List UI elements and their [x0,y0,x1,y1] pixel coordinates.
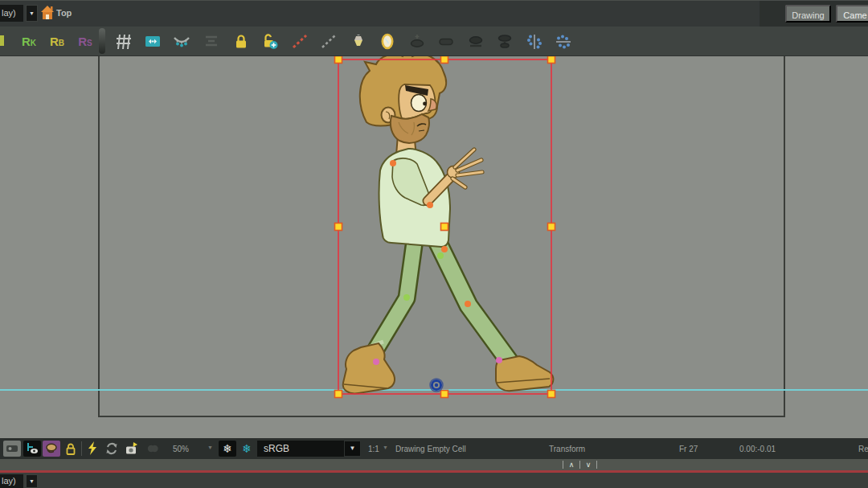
render-s-label: R [78,35,87,48]
render-camera-button[interactable] [123,441,141,457]
lock-button[interactable] [231,32,251,51]
home-icon [40,5,55,21]
render-s-button[interactable]: RS [74,30,96,52]
refresh-icon [103,441,121,457]
disabled-ellipse-line-icon [466,32,485,51]
grid-icon [113,32,133,51]
zoom-dropdown-caret[interactable]: ▼ [207,445,213,450]
refresh-view-button[interactable] [103,441,121,457]
flip-horizontal-button[interactable] [525,32,544,51]
current-drawing-icon [23,441,41,457]
instant-render-button[interactable] [84,441,101,457]
bottom-display-dropdown-button[interactable]: ▼ [26,474,38,488]
frame-down-button[interactable]: ∨ [580,459,596,470]
light-table-button[interactable] [349,32,368,51]
safe-area-button[interactable] [143,32,162,51]
pivot-point[interactable] [430,379,443,392]
bottom-display-selector[interactable]: lay) [0,474,23,488]
antialias-teal-button[interactable]: ❄ [238,441,256,457]
render-b-sub: B [59,39,64,47]
clipped-icon [0,35,4,46]
snowflake-teal-icon: ❄ [238,441,256,457]
lasso-icon [43,441,60,457]
lightning-icon [84,441,101,457]
ratio-dropdown-caret[interactable]: ▼ [383,445,388,450]
align-guides-button[interactable] [202,32,221,51]
show-current-drawing-button[interactable] [23,441,41,457]
disabled-ellipse-stack-button[interactable] [495,32,514,51]
flip-horizontal-icon [525,32,544,51]
status-lock-icon [62,441,80,457]
home-icon[interactable] [40,5,55,21]
toolbar-divider[interactable] [99,28,105,54]
frame-number-label: Fr 27 [679,445,698,453]
render-k-label: R [22,35,31,48]
disabled-ellipse-add-icon [407,32,427,51]
flip-vertical-button[interactable] [554,32,573,51]
antialias-white-button[interactable]: ❄ [219,441,236,457]
camera-view-toolbar: RK RB RS [0,27,868,56]
unlock-add-button[interactable] [260,32,280,51]
mirror-view-button[interactable] [378,32,397,51]
active-tool-label: Transform [549,445,585,453]
field-guide-button[interactable] [172,32,191,51]
lock-icon [231,32,251,51]
unlock-add-icon [260,32,280,51]
color-space-select[interactable]: sRGB [257,441,344,457]
color-space-dropdown-button[interactable]: ▼ [344,441,361,457]
disabled-ellipse-stack-icon [495,32,514,51]
display-selector[interactable]: lay) [0,5,23,22]
onion-skin-gray-button[interactable] [319,32,338,51]
safe-area-icon [143,32,162,51]
lock-view-button[interactable] [62,441,80,457]
show-grid-button[interactable] [113,32,133,51]
frame-up-button[interactable]: ∧ [563,459,579,470]
camera-view-canvas[interactable] [0,56,868,438]
disabled-ellipse-line-button[interactable] [466,32,485,51]
nav-divider [596,461,597,469]
render-b-button[interactable]: RB [46,30,68,52]
onion-skin-gray-icon [319,32,338,51]
status-separator [81,441,82,456]
onion-skin-red-button[interactable] [290,32,309,51]
snowflake-white-icon: ❄ [219,441,236,457]
thumbnail-icon [3,441,21,457]
view-name-label: Top [56,8,72,18]
disabled-capsule-icon [436,32,456,51]
camera-flash-icon [123,441,141,457]
mirror-view-icon [378,32,397,51]
align-guides-icon [202,32,221,51]
disabled-status-button[interactable] [144,441,162,457]
bottom-panel-header: lay) ▼ [0,473,868,488]
scene-graphics [0,56,868,438]
application-window: lay) ▼ Top Drawing Came RK RB RS [0,0,868,488]
render-b-label: R [50,35,59,48]
cursor-position-label: 0.00:-0.01 [739,445,776,453]
disabled-capsule-button[interactable] [436,32,456,51]
render-k-button[interactable]: RK [18,30,40,52]
zoom-level-value[interactable]: 50% [173,445,189,453]
frame-nav-strip: ∧ ∨ [0,459,868,470]
display-dropdown-button[interactable]: ▼ [26,5,38,22]
tab-drawing[interactable]: Drawing [785,5,831,23]
render-k-sub: K [31,39,36,47]
lasso-select-button[interactable] [43,441,60,457]
top-bar: lay) ▼ Top Drawing Came [0,0,868,27]
status-bar: 50% ▼ ❄ ❄ sRGB ▼ 1:1 ▼ Drawing Empty Cel… [0,438,868,459]
onion-skin-red-icon [290,32,309,51]
disabled-blob-icon [144,441,162,457]
field-guide-icon [172,32,191,51]
disabled-ellipse-add-button[interactable] [407,32,427,51]
tab-camera[interactable]: Came [836,5,868,23]
thumbnail-toggle-button[interactable] [3,441,21,457]
status-right-partial-label: Re [858,445,868,453]
flip-vertical-icon [554,32,573,51]
light-table-icon [349,32,368,51]
frame-nav-cluster: ∧ ∨ [563,459,597,470]
cell-status-label: Drawing Empty Cell [395,445,466,453]
pixel-ratio-value[interactable]: 1:1 [368,445,379,453]
render-s-sub: S [87,39,92,47]
